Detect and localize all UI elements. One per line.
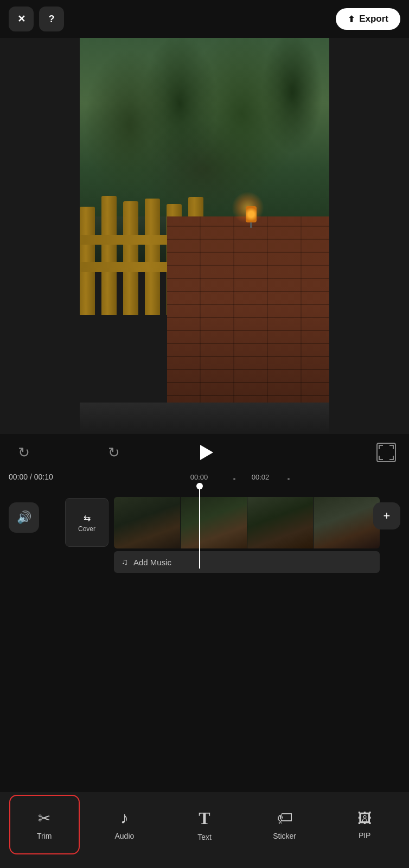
controls-bar: ↺ ↻ [0, 434, 409, 471]
export-icon: ⬆ [348, 14, 355, 24]
pip-icon: 🖼 [357, 810, 372, 827]
trim-label: Trim [37, 832, 52, 840]
help-button[interactable]: ? [39, 7, 64, 31]
time-marker-1: 00:00 [190, 473, 208, 481]
undo-button[interactable]: ↺ [13, 442, 35, 463]
redo-button[interactable]: ↻ [103, 442, 125, 463]
audio-icon: ♪ [120, 809, 129, 827]
toolbar-item-audio[interactable]: ♪ Audio [89, 795, 159, 854]
add-music-track[interactable]: ♫ Add Music [114, 551, 380, 573]
audio-label: Audio [114, 832, 134, 840]
video-preview [0, 38, 409, 434]
pip-label: PIP [359, 831, 371, 840]
toolbar-item-trim[interactable]: ✂ Trim [9, 795, 80, 854]
top-bar-left: ✕ ? [9, 7, 64, 31]
playhead [199, 483, 200, 569]
sticker-label: Sticker [273, 832, 296, 840]
video-strip[interactable] [114, 497, 380, 548]
add-clip-button[interactable]: + [373, 502, 400, 529]
play-button[interactable] [193, 439, 219, 465]
add-music-label: Add Music [133, 558, 171, 567]
lantern [243, 206, 259, 228]
strip-frame-2 [181, 497, 247, 548]
volume-button[interactable]: 🔊 [9, 502, 39, 533]
ground [80, 403, 329, 434]
fullscreen-button[interactable] [376, 443, 396, 462]
redo-icon: ↻ [108, 444, 120, 461]
volume-icon: 🔊 [17, 510, 31, 525]
text-icon: T [199, 808, 210, 828]
play-icon [200, 445, 213, 460]
export-label: Export [359, 14, 388, 24]
undo-icon: ↺ [18, 444, 30, 461]
time-dot-2 [287, 478, 290, 480]
toolbar-item-sticker[interactable]: 🏷 Sticker [250, 795, 320, 854]
video-frame [80, 38, 329, 434]
text-label: Text [197, 833, 212, 841]
toolbar-item-text[interactable]: T Text [169, 795, 240, 854]
sticker-icon: 🏷 [277, 809, 293, 827]
cover-swap-icon: ⇆ [84, 513, 91, 523]
cover-label: Cover [78, 525, 95, 533]
strip-frame-3 [247, 497, 314, 548]
export-button[interactable]: ⬆ Export [336, 8, 400, 30]
bottom-toolbar: ✂ Trim ♪ Audio T Text 🏷 Sticker 🖼 PIP [0, 792, 409, 868]
scene-background [80, 38, 329, 434]
time-display: 00:00 / 00:10 [9, 473, 53, 481]
cover-thumbnail[interactable]: ⇆ Cover [65, 498, 108, 547]
timeline-section: 00:00 / 00:10 00:00 00:02 🔊 ⇆ Cover [0, 471, 409, 590]
toolbar-item-pip[interactable]: 🖼 PIP [329, 795, 400, 854]
brick-wall [167, 216, 329, 435]
top-bar: ✕ ? ⬆ Export [0, 0, 409, 38]
time-dot-1 [233, 478, 235, 480]
strip-frame-1 [114, 497, 180, 548]
timeline-tracks: 🔊 ⇆ Cover + ♫ Add Music [0, 487, 409, 569]
time-marker-2: 00:02 [252, 473, 270, 481]
music-note-icon: ♫ [122, 557, 128, 567]
trim-icon: ✂ [38, 809, 50, 827]
close-button[interactable]: ✕ [9, 7, 34, 31]
strip-frame-4 [314, 497, 380, 548]
timeline-timestamps: 00:00 / 00:10 00:00 00:02 [0, 471, 409, 487]
